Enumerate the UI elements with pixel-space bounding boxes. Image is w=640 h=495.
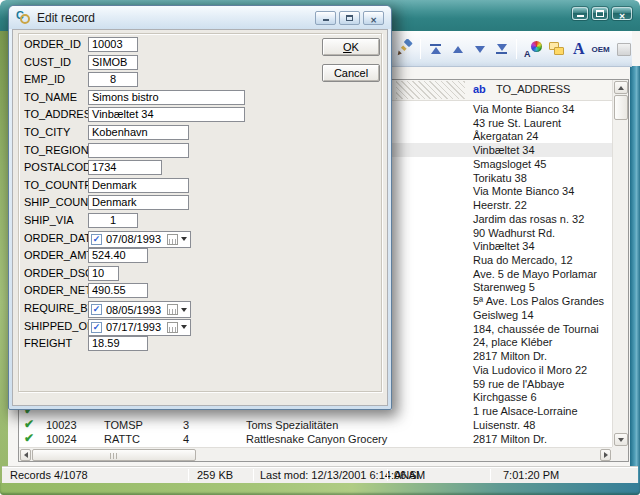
window-border-right	[630, 66, 640, 483]
field-input-cust_id[interactable]: SIMOB	[88, 55, 138, 70]
date-checkbox-require_by[interactable]	[91, 304, 102, 315]
dialog-close-button[interactable]	[363, 11, 384, 25]
cell-to-address: Kirchgasse 6	[473, 390, 537, 404]
field-input-require_by[interactable]: 08/05/1993	[88, 301, 191, 318]
field-label-to_region: TO_REGION	[24, 144, 89, 156]
scroll-left-button[interactable]	[20, 449, 31, 461]
cell-cust-id: TOMSP	[104, 418, 143, 432]
field-label-freight: FREIGHT	[24, 337, 72, 349]
field-input-emp_id[interactable]: 8	[88, 72, 138, 87]
vertical-scrollbar-thumb[interactable]	[614, 95, 628, 120]
field-label-order_id: ORDER_ID	[24, 38, 81, 50]
horizontal-scrollbar-thumb[interactable]	[32, 449, 196, 461]
column-type-icon: ab	[473, 83, 486, 95]
next-record-icon[interactable]	[472, 41, 487, 57]
date-value-order_date: 07/08/1993	[106, 233, 167, 245]
dialog-maximize-button[interactable]	[339, 11, 360, 25]
paintbrush-icon[interactable]	[396, 39, 413, 60]
first-record-icon[interactable]	[428, 41, 443, 57]
cell-order-id: 10024	[46, 432, 77, 446]
dialog-client-area: ORDER_ID10003CUST_IDSIMOBEMP_ID8TO_NAMES…	[12, 29, 388, 406]
cell-to-address: 184, chaussée de Tournai	[473, 322, 599, 336]
cell-to-address: Heerstr. 22	[473, 198, 527, 212]
date-checkbox-shipped_on[interactable]	[91, 322, 102, 333]
field-input-ship_via[interactable]: 1	[88, 213, 138, 228]
cell-to-name: Rattlesnake Canyon Grocery	[246, 432, 387, 446]
dropdown-arrow-icon[interactable]	[181, 325, 187, 329]
cell-to-address: 59 rue de l'Abbaye	[473, 377, 564, 391]
cell-to-address: Åkergatan 24	[473, 129, 538, 143]
toolbar-separator	[516, 39, 517, 59]
cell-to-address: Starenweg 5	[473, 280, 535, 294]
cell-emp-id: 3	[169, 418, 203, 432]
font-icon[interactable]	[573, 40, 585, 58]
field-input-ship_count[interactable]: Denmark	[88, 195, 189, 210]
close-icon	[619, 5, 626, 23]
scroll-down-button[interactable]	[614, 433, 628, 446]
app-window: OEM ab TO_ADDRESS Via Monte Bianco 3443 …	[0, 0, 640, 495]
cell-to-address: Luisenstr. 48	[473, 418, 535, 432]
arrow-up-icon	[618, 86, 624, 90]
vertical-scrollbar[interactable]	[612, 80, 628, 447]
status-file-size: 259 KB	[197, 469, 233, 481]
field-input-to_country[interactable]: Denmark	[88, 178, 189, 193]
field-input-shipped_on[interactable]: 07/17/1993	[88, 319, 191, 336]
font-color-icon[interactable]	[524, 41, 542, 58]
grid-row[interactable]: Luisenstr. 4810023TOMSP3Toms Spezialität…	[19, 418, 612, 432]
field-input-to_name[interactable]: Simons bistro	[88, 90, 245, 105]
field-input-order_id[interactable]: 10003	[88, 37, 138, 52]
horizontal-scrollbar[interactable]	[19, 447, 612, 461]
cell-to-address: 1 rue Alsace-Lorraine	[473, 404, 578, 418]
field-label-to_name: TO_NAME	[24, 91, 77, 103]
previous-record-icon[interactable]	[450, 41, 465, 57]
calendar-icon[interactable]	[167, 234, 178, 245]
field-input-to_city[interactable]: Kobenhavn	[88, 125, 189, 140]
field-input-order_date[interactable]: 07/08/1993	[88, 231, 191, 248]
date-value-shipped_on: 07/17/1993	[106, 321, 167, 333]
field-label-emp_id: EMP_ID	[24, 73, 65, 85]
field-label-order_amt: ORDER_AMT	[24, 249, 93, 261]
main-maximize-button[interactable]	[592, 7, 608, 20]
status-separator	[253, 469, 254, 481]
cell-to-name: Toms Spezialitäten	[246, 418, 338, 432]
ok-button[interactable]: OK	[322, 38, 380, 56]
last-record-icon[interactable]	[494, 41, 509, 57]
field-input-to_region[interactable]	[88, 143, 189, 158]
calendar-icon[interactable]	[167, 322, 178, 333]
grid-header-hatch	[396, 81, 465, 99]
cell-cust-id: RATTC	[104, 432, 140, 446]
dropdown-arrow-icon[interactable]	[181, 308, 187, 312]
dialog-titlebar[interactable]: Edit record	[9, 6, 391, 29]
record-check-icon	[24, 417, 34, 431]
record-check-icon	[24, 431, 34, 445]
dropdown-arrow-icon[interactable]	[181, 237, 187, 241]
close-icon	[370, 9, 377, 27]
status-separator	[188, 469, 189, 481]
calendar-icon[interactable]	[167, 304, 178, 315]
field-input-order_amt[interactable]: 524.40	[88, 248, 148, 263]
column-header-to-address[interactable]: TO_ADDRESS	[496, 83, 570, 95]
main-minimize-button[interactable]	[572, 7, 588, 20]
status-encoding: ANSI	[394, 469, 420, 481]
scroll-up-button[interactable]	[614, 81, 628, 94]
main-close-button[interactable]	[612, 7, 632, 20]
cell-to-address: Torikatu 38	[473, 171, 527, 185]
maximize-icon	[346, 15, 353, 21]
cell-to-address: Ave. 5 de Mayo Porlamar	[473, 267, 597, 281]
cell-emp-id: 4	[169, 432, 203, 446]
field-label-ship_count: SHIP_COUNT	[24, 196, 95, 208]
dialog-minimize-button[interactable]	[315, 11, 336, 25]
oem-charset-icon[interactable]: OEM	[592, 41, 610, 58]
field-input-postalcode[interactable]: 1734	[88, 160, 162, 175]
copy-icon[interactable]	[549, 41, 566, 57]
date-checkbox-order_date[interactable]	[91, 234, 102, 245]
field-input-order_dsc[interactable]: 10	[88, 266, 119, 281]
cancel-button[interactable]: Cancel	[322, 64, 380, 82]
cell-to-address: Smagsloget 45	[473, 157, 546, 171]
cell-to-address: 43 rue St. Laurent	[473, 116, 561, 130]
grid-row[interactable]: 2817 Milton Dr.10024RATTC4Rattlesnake Ca…	[19, 432, 612, 446]
field-input-freight[interactable]: 18.59	[88, 336, 148, 351]
field-input-order_net[interactable]: 490.55	[88, 283, 148, 298]
scroll-right-button[interactable]	[600, 449, 611, 461]
field-input-to_address[interactable]: Vinbæltet 34	[88, 107, 245, 122]
